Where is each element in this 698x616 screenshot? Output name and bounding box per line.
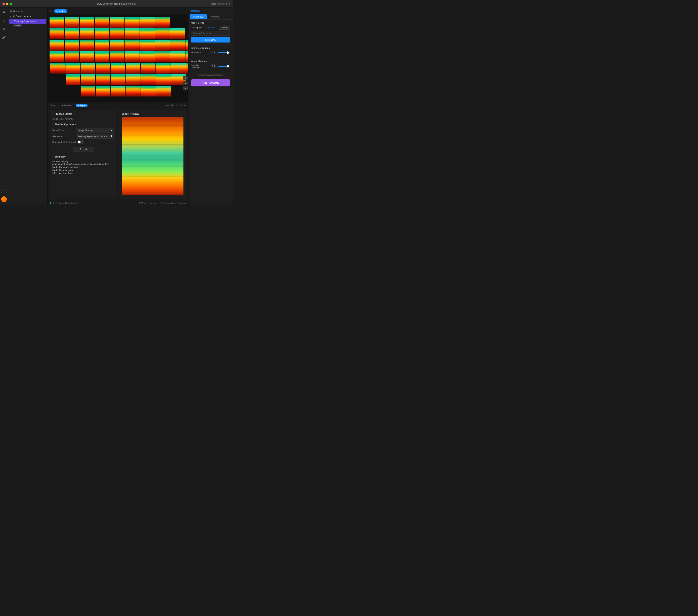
grid-tile[interactable]	[170, 40, 185, 51]
export-dir-link[interactable]: /Users/user/Library/Containers/com.eltim…	[52, 163, 110, 165]
sampling-slider[interactable]	[218, 66, 230, 67]
grid-tile[interactable]	[156, 74, 171, 85]
toolbar: Z: Vector	[47, 8, 188, 15]
grid-tile[interactable]	[155, 28, 170, 39]
scroll-controls: ▲ ● ▼	[183, 76, 188, 91]
preview-tab[interactable]: Preview	[60, 104, 73, 107]
grid-tile[interactable]	[81, 74, 95, 85]
grid-tile[interactable]	[111, 74, 125, 85]
maximize-button[interactable]	[10, 3, 12, 5]
help-icon[interactable]: ?	[1, 189, 7, 194]
grid-tile[interactable]	[126, 63, 140, 73]
refresh-icon[interactable]: ↻	[1, 26, 7, 32]
scroll-mid-button[interactable]: ●	[183, 81, 188, 85]
grid-tile[interactable]	[66, 63, 80, 73]
grid-tile[interactable]	[170, 28, 185, 39]
checkpoint-value[interactable]: Step 1500	[206, 26, 215, 29]
grid-tile[interactable]	[155, 17, 170, 28]
avatar[interactable]	[1, 196, 7, 202]
grid-tile[interactable]	[96, 86, 110, 96]
grid-tile[interactable]	[185, 51, 188, 62]
grid-tile[interactable]	[80, 51, 94, 62]
grid-tile[interactable]	[96, 74, 110, 85]
grid-tile[interactable]	[141, 74, 156, 85]
grid-tile[interactable]	[140, 40, 155, 51]
grid-tile[interactable]	[110, 28, 124, 39]
grid-tile[interactable]	[81, 63, 95, 73]
upload-button[interactable]: Upload	[219, 26, 230, 30]
grid-tile[interactable]	[65, 40, 79, 51]
close-button[interactable]	[2, 3, 5, 5]
grid-tile[interactable]	[110, 51, 124, 62]
grid-tile[interactable]	[140, 28, 155, 39]
stop-model-toggle[interactable]	[77, 140, 84, 144]
grid-tile[interactable]	[81, 86, 95, 96]
grid-tile[interactable]	[50, 51, 64, 62]
grid-tile[interactable]	[125, 28, 140, 39]
run-remote-button[interactable]: Run Remotely	[191, 79, 230, 86]
grid-tile[interactable]	[141, 63, 155, 73]
grid-tile[interactable]	[111, 63, 125, 73]
grid-tile[interactable]	[65, 51, 79, 62]
grid-tile[interactable]	[95, 40, 109, 51]
grid-tile[interactable]	[95, 28, 109, 39]
grid-tile[interactable]	[65, 17, 79, 28]
message-icon[interactable]: ✉	[228, 2, 230, 5]
grid-tile[interactable]	[110, 40, 124, 51]
sync-icon[interactable]: ⇄	[1, 9, 7, 15]
grid-tile[interactable]	[171, 63, 186, 73]
file-name-input[interactable]: Training-Experiment - Decemb... 📄	[76, 134, 114, 139]
search-checkpoint-input[interactable]	[191, 31, 230, 36]
grid-tile[interactable]	[50, 40, 64, 51]
tab-inference[interactable]: Inference	[190, 14, 207, 19]
link-icon[interactable]: 🔗	[1, 35, 7, 40]
grid-tile[interactable]	[140, 17, 155, 28]
grid-tile[interactable]	[185, 40, 188, 51]
grid-tile[interactable]	[95, 17, 109, 28]
grid-tile[interactable]	[156, 63, 171, 73]
advanced-options-link[interactable]: Show Advanced Options	[189, 72, 233, 78]
globe-icon[interactable]: ⊕	[1, 18, 7, 23]
grid-tile[interactable]	[155, 40, 170, 51]
grid-tile[interactable]	[50, 17, 64, 28]
grid-tile[interactable]	[125, 51, 140, 62]
minimize-button[interactable]	[6, 3, 9, 5]
grid-tile[interactable]	[80, 17, 94, 28]
sampling-thumb[interactable]	[226, 65, 229, 68]
grid-tile[interactable]	[95, 51, 109, 62]
grid-tile[interactable]	[186, 63, 188, 73]
grid-tile[interactable]	[140, 51, 155, 62]
vector-button[interactable]: Vector	[54, 9, 67, 13]
grid-tile[interactable]	[66, 74, 80, 85]
project-item[interactable]: Training-Experiment	[9, 19, 46, 24]
grid-tile[interactable]	[80, 28, 94, 39]
export-tab[interactable]: Export	[76, 104, 88, 107]
grid-tile[interactable]	[170, 51, 185, 62]
grid-tile[interactable]	[141, 86, 156, 96]
grid-tile[interactable]	[50, 63, 65, 73]
grid-tile[interactable]	[111, 86, 125, 96]
grid-tile[interactable]	[80, 40, 94, 51]
grid-tile[interactable]	[126, 74, 141, 85]
traffic-lights[interactable]	[2, 3, 12, 5]
workspace-item[interactable]: ▼ ▣ Date Lowbrow	[8, 14, 47, 18]
truncation-thumb[interactable]	[226, 51, 229, 54]
grid-tile[interactable]	[110, 17, 124, 28]
export-button[interactable]: Export	[73, 147, 94, 152]
grid-tile[interactable]	[65, 28, 79, 39]
grid-tile[interactable]	[96, 63, 110, 73]
grid-tile[interactable]	[125, 40, 140, 51]
grid-tile[interactable]	[156, 86, 171, 96]
grid-tile[interactable]	[155, 51, 170, 62]
scroll-up-button[interactable]: ▲	[183, 76, 188, 80]
scroll-down-button[interactable]: ▼	[183, 86, 188, 91]
grid-tile[interactable]	[125, 17, 140, 28]
svg-rect-0	[122, 117, 184, 195]
grid-tile[interactable]	[126, 86, 141, 96]
tab-network[interactable]: Network	[207, 14, 223, 19]
grid-tile[interactable]	[50, 28, 64, 39]
truncation-slider[interactable]	[218, 52, 230, 53]
file-config-section: ▪ File Configurations Export Type Image …	[52, 123, 114, 144]
step-button[interactable]: Step 1500	[191, 37, 230, 42]
export-type-select[interactable]: Image Directory ▼	[76, 128, 114, 133]
